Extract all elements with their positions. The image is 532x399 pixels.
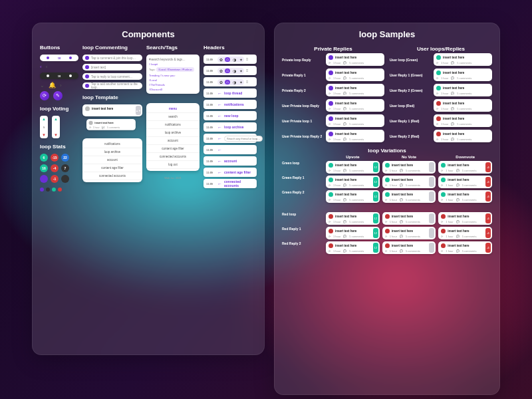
chevron-left-dark-icon[interactable]: ‹ [46, 64, 48, 70]
loop-card[interactable]: insert text here⟳1 hour💬5 comments12 [326, 190, 380, 203]
back-icon[interactable]: ← [217, 136, 222, 141]
vote-box[interactable]: -6 [485, 177, 491, 187]
header-search-input[interactable] [224, 136, 263, 142]
comment-reply[interactable]: Tap to reply to loop comment… [82, 73, 142, 80]
loop-card[interactable]: insert text here⟳1 hour💬5 comments [434, 84, 492, 96]
loop-card[interactable]: insert text here⟳1 hour💬5 comments [434, 130, 492, 142]
vote-box[interactable] [429, 162, 434, 172]
back-icon[interactable]: ← [217, 148, 222, 152]
back-icon[interactable]: ← [217, 170, 222, 175]
back-icon[interactable]: ← [217, 91, 222, 96]
vote-box[interactable] [429, 177, 434, 187]
trend-tag-1[interactable]: #Local [149, 78, 197, 82]
loop-card[interactable]: insert text here⟳1 hour💬5 comments12 [326, 176, 380, 188]
loop-card[interactable]: insert text here⟳1 hour💬5 comments [382, 212, 436, 225]
vote-box[interactable]: -6 [485, 192, 491, 201]
loop-card[interactable]: insert text here⟳1 hour💬5 comments [326, 84, 384, 96]
vote-bar-2[interactable]: ▲▼ [52, 116, 60, 138]
menu-item[interactable]: connected accounts [82, 172, 142, 180]
back-icon[interactable]: ← [217, 102, 222, 107]
vote-pill-dark[interactable]: 10 [40, 72, 78, 79]
vote-box[interactable] [429, 243, 434, 253]
loop-card[interactable]: insert text here⟳1 hour💬5 comments [326, 114, 384, 127]
vote-pill-light[interactable]: 10 [40, 55, 78, 61]
loop-meta: ⟳1 hour💬5 comments [385, 235, 434, 238]
vote-box[interactable]: -6 [485, 162, 491, 172]
loop-card[interactable]: insert text here⟳1 hour💬5 comments12 [326, 227, 380, 239]
loop-card[interactable]: insert text here⟳1 hour💬5 comments [382, 161, 436, 174]
menu-item[interactable]: log out [146, 161, 200, 169]
loop-card[interactable]: insert text here⟳1 hour💬5 comments [434, 99, 492, 112]
loop-card[interactable]: insert text here⟳1 hour💬5 comments [326, 130, 384, 142]
loop-card[interactable]: insert text here⟳1 hour💬5 comments [434, 68, 492, 81]
chevron-right-icon[interactable]: › [60, 82, 62, 88]
loop-card[interactable]: insert text here⟳1 hour💬5 comments12 [326, 161, 380, 174]
menu-item[interactable]: search [146, 113, 200, 121]
menu-item[interactable]: loop archive [82, 148, 142, 156]
menu-item[interactable]: notifications [146, 121, 200, 129]
vote-box[interactable] [429, 213, 434, 223]
loop-reply-template[interactable]: insert text here ⟳1 hour💬5 comments [86, 119, 136, 130]
back-icon[interactable]: ← [217, 125, 222, 130]
feed-segmented[interactable]: ✿⌂◑✦ [217, 68, 244, 74]
feed-segmented[interactable]: ✿⌂◑✦ [217, 79, 244, 85]
vote-box[interactable]: 12 [373, 192, 378, 201]
loop-card[interactable]: insert text here⟳1 hour💬5 comments-6 [438, 176, 492, 188]
menu-item[interactable]: content age filter [82, 164, 142, 172]
vote-box[interactable]: -6 [485, 228, 491, 238]
vote-box[interactable]: 12 [373, 162, 378, 172]
back-icon[interactable]: ← [217, 114, 222, 118]
chevron-down-icon[interactable]: ⌄ [40, 82, 45, 88]
loop-card[interactable]: insert text here⟳1 hour💬5 comments12 [326, 241, 380, 254]
bell-icon[interactable]: 🔔 [49, 82, 56, 88]
loop-card[interactable]: insert text here⟳1 hour💬5 comments-6 [438, 241, 492, 254]
trend-tag-2[interactable]: #TheThreads [149, 83, 197, 86]
loop-card[interactable]: insert text here⟳1 hour💬5 comments [382, 241, 436, 254]
loop-card[interactable]: insert text here⟳1 hour💬5 comments [434, 114, 492, 127]
loop-card[interactable]: insert text here⟳1 hour💬5 comments [326, 68, 384, 81]
menu-item[interactable]: account [82, 156, 142, 164]
menu-icon[interactable]: ≡ [246, 57, 249, 61]
menu-item[interactable]: content age filter [146, 145, 200, 153]
comment-insert[interactable]: [insert text] [82, 64, 142, 70]
menu-item[interactable]: account [146, 137, 200, 145]
loop-card[interactable]: insert text here⟳1 hour💬5 comments [434, 53, 492, 66]
vote-box[interactable]: 12 [373, 213, 378, 223]
vote-box[interactable] [429, 192, 434, 201]
loop-card[interactable]: insert text here⟳1 hour💬5 comments [382, 190, 436, 203]
back-icon[interactable]: ← [217, 182, 222, 186]
search-input[interactable] [149, 58, 197, 61]
loop-card[interactable]: insert text here⟳1 hour💬5 comments-6 [438, 190, 492, 203]
loop-card[interactable]: insert text here⟳1 hour💬5 comments [382, 176, 436, 188]
compose-button[interactable]: ✎ [53, 91, 63, 100]
menu-icon[interactable]: ≡ [246, 68, 249, 72]
vote-box[interactable]: -6 [485, 213, 491, 223]
vote-box[interactable]: 12 [373, 243, 378, 253]
vote-box-icon[interactable]: ▲▼ [136, 106, 141, 115]
tag-chip[interactable]: #Local #Downtown #Parkrun [156, 67, 194, 72]
menu-item[interactable]: connected accounts [146, 153, 200, 161]
vote-bar-1[interactable]: ▲9▼ [40, 116, 48, 138]
vote-box[interactable] [429, 228, 434, 238]
vote-box[interactable]: 12 [373, 177, 378, 187]
feed-segmented[interactable]: ✿⌂◑✦ [217, 57, 244, 63]
chevron-left-icon[interactable]: ‹ [40, 64, 42, 70]
refresh-button[interactable]: ⟳ [40, 91, 49, 100]
loop-card[interactable]: insert text here⟳1 hour💬5 comments [326, 53, 384, 66]
menu-item[interactable]: loop archive [146, 129, 200, 137]
back-icon[interactable]: ← [217, 159, 222, 164]
loop-card[interactable]: insert text here⟳1 hour💬5 comments12 [326, 212, 380, 225]
comment-add-another[interactable]: Tap to add another comment to the loop… [82, 82, 142, 89]
menu-icon[interactable]: ≡ [246, 80, 249, 84]
loop-card[interactable]: insert text here⟳1 hour💬5 comments [382, 227, 436, 239]
loop-card-template[interactable]: insert text here ▲▼ [82, 104, 142, 116]
comment-compose[interactable]: Tap to comment & join this loop… [82, 55, 142, 61]
loop-card[interactable]: insert text here⟳1 hour💬5 comments [326, 99, 384, 112]
vote-box[interactable]: 12 [373, 228, 378, 238]
loop-card[interactable]: insert text here⟳1 hour💬5 comments-6 [438, 227, 492, 239]
loop-card[interactable]: insert text here⟳1 hour💬5 comments-6 [438, 212, 492, 225]
menu-item[interactable]: notifications [82, 140, 142, 148]
loop-card[interactable]: insert text here⟳1 hour💬5 comments-6 [438, 161, 492, 174]
trend-tag-3[interactable]: #Discount3 [149, 88, 197, 91]
vote-box[interactable]: -6 [485, 243, 491, 253]
